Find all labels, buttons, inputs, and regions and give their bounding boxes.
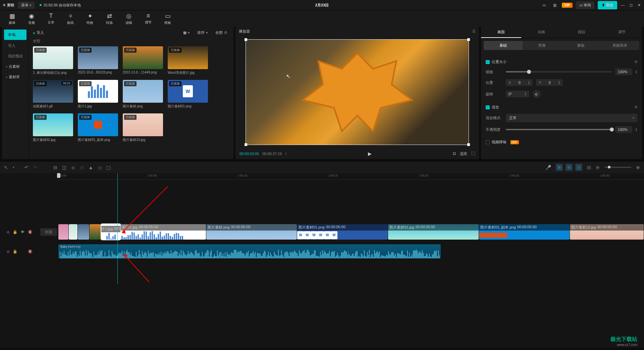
sub-tab-基础[interactable]: 基础	[484, 41, 523, 50]
prop-tab-跟踪[interactable]: 跟踪	[561, 27, 602, 38]
view-mode-button[interactable]: ▦ ▾	[181, 30, 192, 36]
delete-right-icon[interactable]: ◉	[71, 165, 75, 170]
rotation-dial-icon[interactable]: ◐	[533, 90, 541, 98]
pos-y-input[interactable]: Y0▲▼	[536, 79, 563, 86]
opacity-slider[interactable]	[506, 129, 612, 130]
audio-mute-icon[interactable]: 🔇	[28, 249, 33, 254]
delete-left-icon[interactable]: ◫	[62, 165, 66, 170]
sidebar-导入[interactable]: 导入	[2, 41, 29, 51]
opacity-value[interactable]: 100%	[615, 126, 632, 133]
audio-clips-container[interactable]: Baby Don't Cry	[58, 243, 644, 260]
import-button[interactable]: ● 导入	[33, 30, 44, 35]
prop-tab-动画[interactable]: 动画	[521, 27, 561, 38]
scale-stepper[interactable]: ▲▼	[635, 70, 637, 74]
review-button[interactable]: ▭ 审阅	[576, 1, 594, 9]
opacity-stepper[interactable]: ▲▼	[635, 128, 637, 132]
zoom-out-icon[interactable]: ⊖	[596, 165, 600, 170]
sub-tab-抠像[interactable]: 抠像	[523, 41, 561, 50]
tool-tab-滤镜[interactable]: ◎滤镜	[119, 12, 138, 26]
menu-button[interactable]: 菜单▾	[18, 2, 35, 9]
tool-tab-音频[interactable]: ◉音频	[22, 12, 41, 26]
reset-blend-icon[interactable]: ⟲	[634, 105, 637, 109]
sort-button[interactable]: 排序 ▾	[195, 30, 210, 36]
fullscreen-icon[interactable]: ⛶	[471, 151, 475, 156]
sidebar-本地[interactable]: 本地	[4, 30, 26, 40]
media-item[interactable]: 已添加图片素材02.jpg	[33, 113, 73, 142]
media-item[interactable]: 已添加图片1.jpg	[78, 80, 118, 109]
cover-button[interactable]: 封面	[40, 228, 57, 236]
maximize-icon[interactable]: ◻	[629, 3, 633, 7]
player-menu-icon[interactable]: ☰	[472, 29, 476, 34]
time-ruler[interactable]: | 00:00| 00:05| 00:10| 00:15| 00:20| 00:…	[57, 173, 644, 180]
blend-mode-select[interactable]: 正常▾	[506, 114, 637, 122]
mute-icon[interactable]: 🔇	[28, 230, 33, 234]
tool-tab-贴纸[interactable]: ✧贴纸	[61, 12, 80, 26]
video-clip[interactable]: 图片1.jpg00:00:05:00	[121, 224, 206, 240]
sidebar-我的预设[interactable]: 我的预设	[2, 51, 29, 61]
preview-cut-icon[interactable]: ⊟	[587, 165, 591, 170]
media-item[interactable]: 已添加W图片素材01.png	[168, 80, 208, 109]
close-icon[interactable]: ✕	[637, 3, 641, 7]
snap-icon-1[interactable]: ⊞	[556, 164, 563, 171]
sub-tab-蒙版[interactable]: 蒙版	[561, 41, 600, 50]
video-clip[interactable]: 图片素材13.jpg00:00:05:00	[570, 224, 644, 240]
tool-tab-媒体[interactable]: ▦媒体	[3, 12, 21, 26]
visibility-icon[interactable]: 👁	[21, 230, 24, 234]
playhead-cursor[interactable]	[117, 173, 118, 284]
mirror-icon[interactable]: ▲	[89, 165, 93, 170]
audio-clip[interactable]: Baby Don't Cry	[58, 244, 441, 258]
prop-tab-调节[interactable]: 调节	[602, 27, 642, 38]
layout-icon-1[interactable]: ▭	[540, 2, 548, 9]
pos-size-checkbox[interactable]: ✓	[486, 60, 490, 64]
select-tool-icon[interactable]: ↖	[4, 165, 8, 170]
media-item[interactable]: 已添加Word另存图片.jpg	[168, 46, 208, 75]
video-clip[interactable]	[69, 224, 77, 240]
media-item[interactable]: 已添加2022-10-0...93128.png	[78, 46, 118, 75]
video-clip[interactable]	[90, 224, 101, 240]
media-item[interactable]: 已添加2022-12-0...11449.png	[123, 46, 163, 75]
playhead[interactable]	[57, 173, 60, 180]
zoom-slider[interactable]	[604, 167, 631, 168]
compare-icon[interactable]: ⦀	[285, 152, 287, 156]
filter-all-button[interactable]: 全部 ⚙	[213, 30, 229, 36]
original-ratio-icon[interactable]: ⊡	[453, 151, 456, 156]
tool-tab-调节[interactable]: ≡调节	[139, 12, 158, 26]
media-item[interactable]: 已添加图片素材.png	[123, 80, 163, 109]
media-item[interactable]: 已添加00:01动图素材1.gif	[33, 80, 73, 109]
rotate-icon[interactable]: ◇	[98, 165, 102, 170]
select-dropdown-icon[interactable]: ▾	[13, 166, 14, 169]
video-clip[interactable]: 图片素材.png00:00:05:00	[206, 224, 297, 240]
zoom-fit-icon[interactable]: ⊕	[636, 165, 640, 170]
media-item[interactable]: 已添加图片素材13.jpg	[123, 113, 163, 142]
video-clips-container[interactable]: Word ...片1.jpg00:00:05:00图片1.jpg00:00:05…	[58, 223, 644, 240]
preview-canvas[interactable]: ↖	[246, 39, 469, 145]
layout-icon-2[interactable]: ▥	[551, 2, 558, 9]
audio-keyframe-icon[interactable]: ◇	[7, 249, 9, 254]
media-item[interactable]: 已添加图片素材03_副本.png	[78, 113, 118, 142]
audio-lock-icon[interactable]: 🔒	[13, 249, 17, 254]
video-clip[interactable]: 图片素材02.jpg00:00:05:00	[388, 224, 479, 240]
redo-icon[interactable]: ↷	[33, 165, 37, 170]
freeze-icon[interactable]: ◎	[80, 165, 84, 170]
pos-x-input[interactable]: X0▲▼	[506, 79, 533, 86]
player-viewport[interactable]: ↖	[235, 36, 479, 148]
snap-icon-3[interactable]: ⊡	[575, 164, 582, 171]
lock-icon[interactable]: 🔒	[13, 230, 17, 234]
video-clip[interactable]: 图片素材03_副本.png00:00:05:00	[479, 224, 570, 240]
sidebar-云素材[interactable]: ▸云素材	[2, 61, 29, 72]
mic-icon[interactable]: 🎤	[545, 165, 551, 170]
tool-tab-特效[interactable]: ✦特效	[80, 12, 99, 26]
video-clip[interactable]: 图片素材01.png00:00:05:00WWWWWW	[297, 224, 388, 240]
prop-tab-画面[interactable]: 画面	[481, 27, 521, 38]
tool-tab-文本[interactable]: T文本	[42, 12, 60, 26]
scale-slider[interactable]	[506, 71, 612, 72]
split-icon[interactable]: ⊟	[53, 165, 57, 170]
crop-icon[interactable]: ▢	[106, 165, 111, 170]
denoise-checkbox[interactable]	[486, 140, 490, 144]
sub-tab-美颜美体[interactable]: 美颜美体	[600, 41, 639, 50]
scale-value[interactable]: 100%	[615, 68, 632, 75]
play-button[interactable]: ▶	[368, 151, 372, 156]
keyframe-icon[interactable]: ◇	[7, 230, 9, 234]
video-clip[interactable]	[78, 224, 89, 240]
undo-icon[interactable]: ↶	[24, 165, 29, 170]
